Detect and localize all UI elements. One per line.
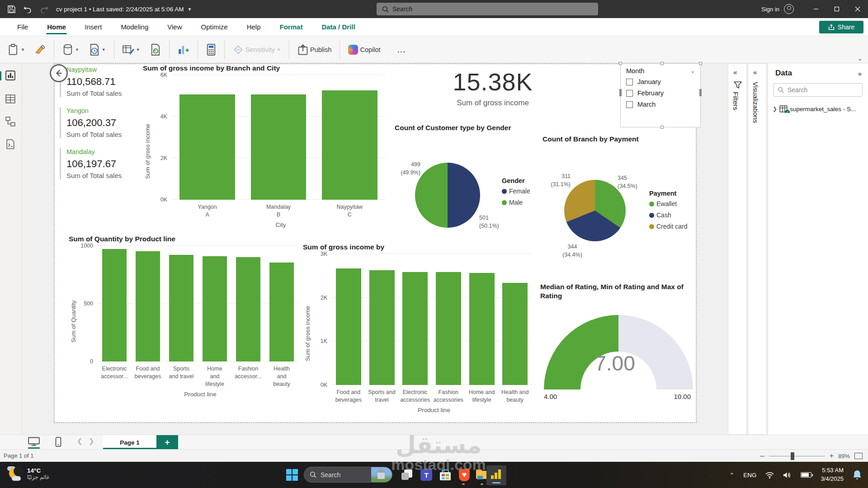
- language-indicator[interactable]: ENG: [743, 472, 756, 479]
- fit-to-page-icon[interactable]: [854, 453, 863, 459]
- collapse-panel-icon[interactable]: »: [858, 70, 862, 77]
- share-button[interactable]: Share: [819, 21, 863, 33]
- bar[interactable]: [369, 270, 395, 385]
- menu-insert[interactable]: Insert: [83, 18, 104, 36]
- sensitivity-button[interactable]: Sensitivity ▼: [233, 44, 281, 55]
- clock[interactable]: 5:53 AM 3/4/2025: [821, 466, 844, 483]
- card-naypyitaw[interactable]: Naypyitaw 110,568.71 Sum of Total sales: [60, 66, 146, 97]
- slicer-option-march[interactable]: March: [626, 101, 695, 108]
- resize-handle[interactable]: [660, 62, 664, 65]
- legend-item[interactable]: Credit card: [649, 223, 687, 230]
- legend-item[interactable]: Male: [502, 199, 530, 206]
- menu-help[interactable]: Help: [245, 18, 263, 36]
- bar[interactable]: [469, 273, 495, 385]
- checkbox-icon[interactable]: [626, 101, 633, 108]
- bar[interactable]: [102, 249, 126, 361]
- more-options-button[interactable]: …: [397, 44, 407, 55]
- drill-up-back-button[interactable]: [50, 64, 68, 82]
- menu-file[interactable]: File: [15, 18, 30, 36]
- bar[interactable]: [236, 257, 260, 361]
- zoom-out-button[interactable]: –: [760, 452, 764, 460]
- taskbar-search-input[interactable]: Search: [304, 467, 392, 483]
- menu-home[interactable]: Home: [45, 18, 68, 36]
- card-mandalay[interactable]: Mandalay 106,197.67 Sum of Total sales: [60, 148, 146, 179]
- checkbox-icon[interactable]: [626, 90, 633, 97]
- bar-chart-gross-income-by-branch-city[interactable]: Sum of gross income by Branch and City S…: [143, 64, 390, 233]
- month-slicer[interactable]: Month ⌄ January February March: [620, 63, 701, 127]
- paste-button[interactable]: ▼: [8, 44, 25, 56]
- legend-item[interactable]: Female: [502, 188, 530, 195]
- bar[interactable]: [179, 94, 235, 200]
- format-painter-button[interactable]: [35, 45, 46, 55]
- get-data-button[interactable]: ▼: [62, 44, 79, 56]
- slicer-option-january[interactable]: January: [626, 78, 695, 85]
- notification-bell-icon[interactable]: [853, 470, 862, 480]
- next-page-arrow[interactable]: ❯: [89, 437, 94, 445]
- maximize-button[interactable]: [826, 0, 847, 18]
- publish-button[interactable]: Publish: [297, 44, 332, 56]
- data-table-supermarket-sales[interactable]: ❯ ✓ supermarket_sales - S...: [768, 99, 868, 113]
- resize-handle[interactable]: [619, 62, 622, 65]
- multi-row-card-visual[interactable]: Naypyitaw 110,568.71 Sum of Total sales …: [60, 66, 146, 189]
- menu-format[interactable]: Format: [278, 18, 305, 36]
- expand-chevron-icon[interactable]: ❯: [773, 106, 777, 112]
- pie[interactable]: [415, 163, 480, 228]
- expand-panel-icon[interactable]: «: [733, 68, 737, 76]
- mobile-layout-icon[interactable]: [55, 437, 61, 447]
- microsoft-store-icon[interactable]: [439, 468, 452, 482]
- table-view-icon[interactable]: [5, 94, 16, 105]
- weather-widget[interactable]: 14°C غائم جزئيًا: [6, 465, 49, 482]
- wifi-icon[interactable]: [765, 472, 774, 479]
- redo-icon[interactable]: [39, 4, 49, 14]
- model-view-icon[interactable]: [5, 117, 16, 127]
- bar[interactable]: [322, 90, 377, 200]
- copilot-button[interactable]: Copilot: [348, 45, 380, 55]
- start-button[interactable]: [286, 469, 298, 481]
- drag-grip[interactable]: [699, 89, 702, 96]
- chevron-down-icon[interactable]: ⌄: [690, 68, 695, 74]
- recent-sources-button[interactable]: ▼: [89, 44, 106, 56]
- pie[interactable]: [564, 180, 626, 241]
- pie-chart-branch-by-payment[interactable]: Count of Branch by Payment 311(31.1%) 34…: [538, 132, 701, 263]
- calculator-button[interactable]: [206, 44, 216, 56]
- dax-query-view-icon[interactable]: [5, 139, 16, 150]
- bar[interactable]: [203, 256, 226, 361]
- refresh-button[interactable]: [150, 44, 161, 56]
- legend-item[interactable]: Ewallet: [649, 200, 687, 207]
- bar[interactable]: [436, 272, 461, 385]
- menu-modeling[interactable]: Modeling: [119, 18, 150, 36]
- sign-in-link[interactable]: Sign in: [761, 6, 779, 13]
- bar-chart-gross-income-by-product-line[interactable]: Sum of gross income by Sum of gross inco…: [303, 243, 536, 424]
- minimize-button[interactable]: [806, 0, 826, 18]
- collapse-ribbon-icon[interactable]: ⌄: [857, 55, 863, 62]
- bar[interactable]: [402, 272, 428, 385]
- desktop-layout-icon[interactable]: [28, 437, 40, 446]
- speaker-icon[interactable]: [783, 472, 792, 479]
- power-bi-icon[interactable]: [486, 465, 506, 485]
- account-avatar[interactable]: [784, 4, 794, 14]
- resize-handle[interactable]: [699, 62, 702, 65]
- search-highlight-image[interactable]: [371, 467, 392, 483]
- battery-icon[interactable]: [801, 472, 811, 478]
- teams-icon[interactable]: T: [420, 468, 433, 482]
- expand-panel-icon[interactable]: «: [753, 68, 757, 76]
- filters-panel-title[interactable]: Filters: [732, 92, 740, 110]
- bar[interactable]: [336, 268, 361, 385]
- global-search-input[interactable]: Search: [377, 3, 598, 15]
- bar[interactable]: [136, 251, 160, 361]
- kpi-card-gross-income[interactable]: 15.38K Sum of gross income: [429, 68, 556, 108]
- bar[interactable]: [269, 263, 293, 361]
- zoom-in-button[interactable]: +: [830, 452, 834, 460]
- transform-data-button[interactable]: ▼: [123, 44, 140, 55]
- card-yangon[interactable]: Yangon 106,200.37 Sum of Total sales: [60, 107, 146, 138]
- widgets-icon[interactable]: [400, 468, 414, 482]
- document-title[interactable]: cv project 1 • Last saved: 2/24/2025 at …: [56, 6, 192, 13]
- checkbox-icon[interactable]: [626, 79, 633, 85]
- drag-grip[interactable]: [619, 89, 622, 96]
- bar[interactable]: [169, 255, 193, 361]
- report-view-icon[interactable]: [5, 70, 16, 81]
- page-tab[interactable]: Page 1: [103, 435, 156, 450]
- brave-browser-icon[interactable]: [458, 468, 471, 482]
- previous-page-arrow[interactable]: ❮: [77, 437, 83, 445]
- bar[interactable]: [502, 283, 528, 385]
